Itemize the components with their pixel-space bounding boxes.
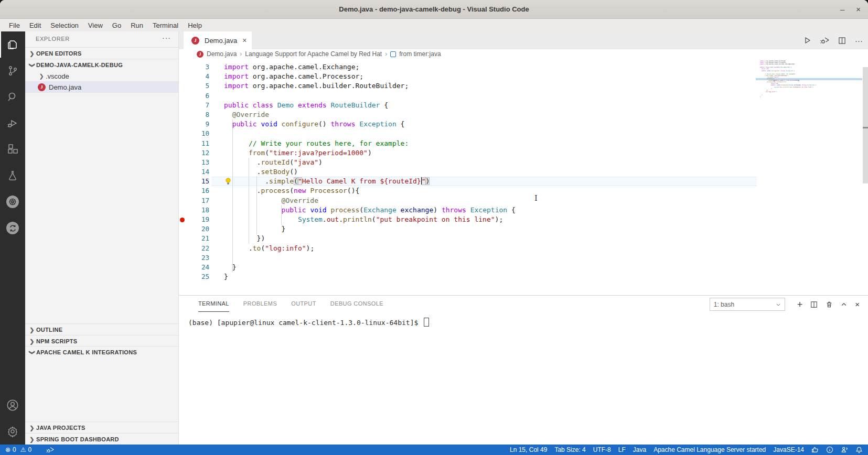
section-workspace[interactable]: ❯ DEMO-JAVA-CAMELK-DEBUG	[25, 59, 178, 71]
breakpoint-gutter[interactable]	[179, 234, 186, 243]
info-icon[interactable]	[826, 446, 833, 453]
line-number[interactable]: 14	[186, 167, 209, 177]
terminal-shell-select[interactable]: 1: bash	[710, 298, 785, 311]
breakpoint-gutter[interactable]	[179, 101, 186, 110]
new-terminal-icon[interactable]: +	[797, 300, 803, 309]
section-spring-boot-dashboard[interactable]: ❯ SPRING BOOT DASHBOARD	[25, 433, 178, 445]
code-line[interactable]: 9 public void configure() throws Excepti…	[179, 120, 757, 129]
line-number[interactable]: 13	[186, 158, 209, 167]
more-actions-icon[interactable]: ···	[855, 36, 863, 45]
menu-edit[interactable]: Edit	[25, 21, 46, 29]
line-number[interactable]: 16	[186, 186, 209, 196]
line-number[interactable]: 21	[186, 234, 209, 243]
code-lines[interactable]: 3import org.apache.camel.Exchange;4impor…	[179, 62, 757, 281]
minimap[interactable]: import org.apache.camel.Exchange;import …	[756, 60, 862, 98]
code-line[interactable]: 16 .process(new Processor(){	[179, 186, 757, 196]
survey-person-icon[interactable]	[841, 446, 848, 453]
breakpoint-gutter[interactable]	[179, 224, 186, 234]
line-number[interactable]: 8	[186, 110, 209, 120]
menu-file[interactable]: File	[4, 21, 25, 29]
close-panel-icon[interactable]: ×	[855, 300, 860, 309]
breakpoint-gutter[interactable]	[179, 177, 186, 186]
breakpoint-gutter[interactable]	[179, 91, 186, 101]
breakpoint-icon[interactable]	[180, 218, 185, 222]
test-flask-icon[interactable]	[0, 162, 25, 189]
panel-tab-problems[interactable]: PROBLEMS	[243, 296, 277, 312]
breakpoint-gutter[interactable]	[179, 205, 186, 215]
breadcrumb-file[interactable]: Demo.java	[207, 50, 237, 58]
code-line[interactable]: 5import org.apache.camel.builder.RouteBu…	[179, 81, 757, 91]
split-terminal-icon[interactable]	[810, 301, 818, 308]
line-number[interactable]: 5	[186, 81, 209, 91]
run-file-icon[interactable]	[803, 36, 811, 45]
breakpoint-gutter[interactable]	[179, 120, 186, 129]
breakpoint-gutter[interactable]	[179, 148, 186, 158]
section-java-projects[interactable]: ❯ JAVA PROJECTS	[25, 421, 178, 434]
kill-terminal-trash-icon[interactable]	[826, 301, 833, 308]
breakpoint-gutter[interactable]	[179, 167, 186, 177]
code-line[interactable]: 13 .routeId("java")	[179, 158, 757, 167]
line-number[interactable]: 19	[186, 215, 209, 224]
breakpoint-gutter[interactable]	[179, 110, 186, 120]
breakpoint-gutter[interactable]	[179, 263, 186, 272]
line-number[interactable]: 20	[186, 224, 209, 234]
extensions-icon[interactable]	[0, 136, 25, 162]
tab-demo-java[interactable]: J Demo.java ×	[184, 31, 252, 49]
menu-view[interactable]: View	[83, 21, 108, 29]
line-number[interactable]: 6	[186, 91, 209, 101]
code-line[interactable]: 3import org.apache.camel.Exchange;	[179, 62, 757, 72]
status-cursor-position[interactable]: Ln 15, Col 49	[510, 446, 547, 453]
status-tab-size[interactable]: Tab Size: 4	[554, 446, 585, 453]
menu-help[interactable]: Help	[183, 21, 207, 29]
breakpoint-gutter[interactable]	[179, 81, 186, 91]
breakpoint-gutter[interactable]	[179, 244, 186, 253]
settings-gear-icon[interactable]	[0, 418, 25, 445]
code-line[interactable]: 25}	[179, 272, 757, 281]
code-line[interactable]: 19 System.out.println("put breakpoint on…	[179, 215, 757, 224]
status-language-mode[interactable]: Java	[633, 446, 646, 453]
line-number[interactable]: 11	[186, 139, 209, 148]
line-number[interactable]: 23	[186, 253, 209, 263]
debug-status-icon[interactable]	[46, 446, 54, 453]
breakpoint-gutter[interactable]	[179, 215, 186, 224]
code-line[interactable]: 21 })	[179, 234, 757, 243]
line-number[interactable]: 15	[186, 177, 209, 186]
status-eol[interactable]: LF	[618, 446, 626, 453]
code-line[interactable]: 14 .setBody()	[179, 167, 757, 177]
breadcrumb-extension[interactable]: Language Support for Apache Camel by Red…	[245, 50, 382, 58]
panel-tab-terminal[interactable]: TERMINAL	[198, 296, 229, 312]
editor-scrollbar[interactable]	[863, 67, 868, 183]
breakpoint-gutter[interactable]	[179, 253, 186, 263]
notifications-bell-icon[interactable]	[855, 446, 863, 453]
feedback-thumb-icon[interactable]	[811, 446, 819, 453]
section-outline[interactable]: ❯ OUTLINE	[25, 323, 178, 335]
status-encoding[interactable]: UTF-8	[593, 446, 611, 453]
breakpoint-gutter[interactable]	[179, 196, 186, 205]
line-number[interactable]: 12	[186, 148, 209, 158]
code-line[interactable]: 23	[179, 253, 757, 263]
breakpoint-gutter[interactable]	[179, 272, 186, 281]
code-line[interactable]: 7public class Demo extends RouteBuilder …	[179, 101, 757, 110]
sidebar-more-actions-icon[interactable]: ···	[162, 34, 171, 42]
line-number[interactable]: 9	[186, 120, 209, 129]
code-line[interactable]: 11 // Write your routes here, for exampl…	[179, 139, 757, 148]
line-number[interactable]: 25	[186, 272, 209, 281]
problems-status[interactable]: ⊗ 0 ⚠ 0	[5, 446, 31, 453]
minimize-button[interactable]: –	[840, 5, 844, 14]
code-line[interactable]: }	[756, 96, 862, 98]
panel-tab-debug-console[interactable]: DEBUG CONSOLE	[330, 296, 383, 312]
breakpoint-gutter[interactable]	[179, 139, 186, 148]
breakpoint-gutter[interactable]	[179, 62, 186, 72]
panel-tab-output[interactable]: OUTPUT	[291, 296, 316, 312]
maximize-panel-icon[interactable]	[841, 301, 847, 308]
line-number[interactable]: 3	[186, 62, 209, 72]
code-line[interactable]: 17 @Override	[179, 196, 757, 205]
line-number[interactable]: 24	[186, 263, 209, 272]
integrations-sync-icon[interactable]	[0, 215, 25, 241]
explorer-icon[interactable]	[0, 31, 25, 58]
section-npm-scripts[interactable]: ❯ NPM SCRIPTS	[25, 335, 178, 347]
section-camel-k-integrations[interactable]: ❯ APACHE CAMEL K INTEGRATIONS	[25, 346, 178, 358]
code-editor[interactable]: 3import org.apache.camel.Exchange;4impor…	[179, 59, 868, 295]
code-line[interactable]: 22 .to("log:info");	[179, 244, 757, 253]
code-line[interactable]: 4import org.apache.camel.Processor;	[179, 72, 757, 81]
